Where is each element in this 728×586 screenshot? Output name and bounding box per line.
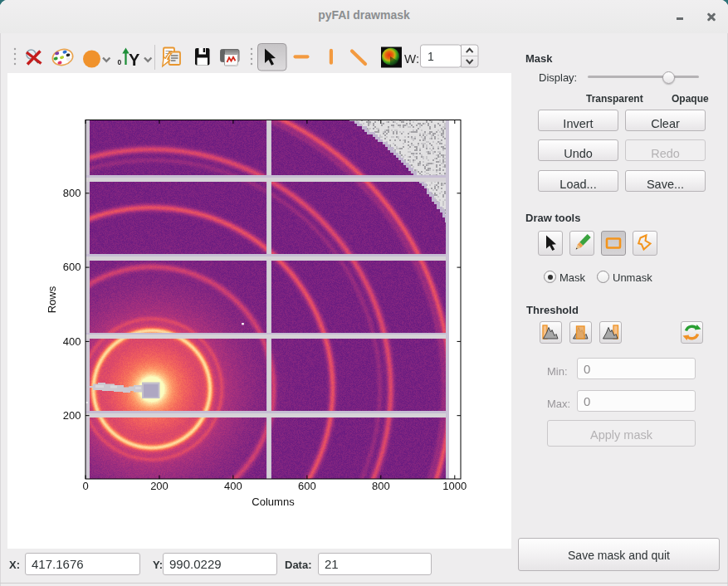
svg-text:W:: W: — [404, 51, 419, 66]
svg-text:400: 400 — [63, 335, 81, 348]
svg-text:400: 400 — [224, 480, 242, 492]
svg-text:800: 800 — [372, 480, 390, 492]
svg-text:Rows: Rows — [46, 286, 58, 313]
svg-text:200: 200 — [150, 480, 169, 492]
svg-text:1: 1 — [428, 50, 434, 63]
svg-text:Y: Y — [129, 51, 140, 69]
svg-text:1000: 1000 — [442, 480, 467, 492]
svg-text:600: 600 — [298, 480, 316, 492]
svg-text:800: 800 — [63, 187, 81, 199]
svg-text:600: 600 — [63, 261, 81, 273]
svg-text:Columns: Columns — [252, 496, 295, 508]
svg-text:0: 0 — [118, 58, 122, 66]
svg-text:200: 200 — [63, 409, 81, 422]
svg-text:0: 0 — [82, 480, 88, 492]
